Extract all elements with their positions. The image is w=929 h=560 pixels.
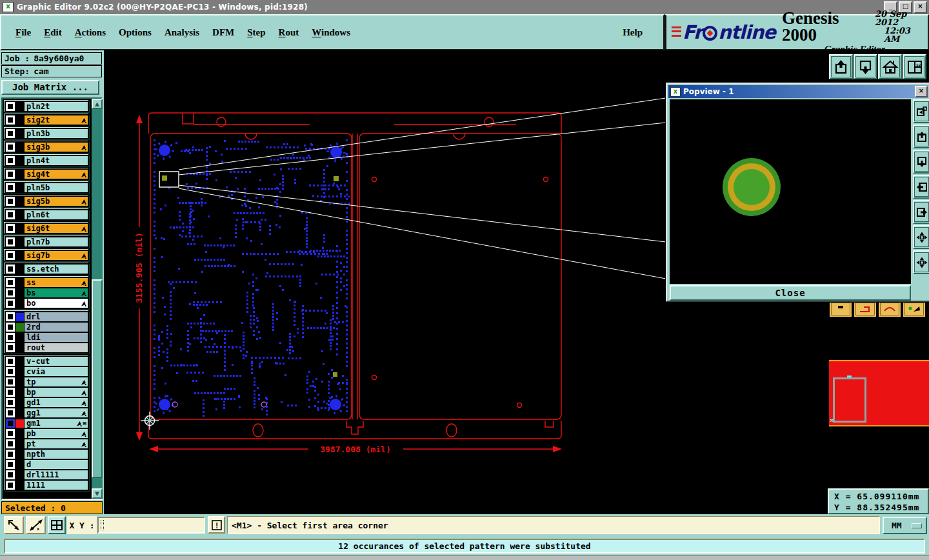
layer-checkbox-sig5b[interactable] [6, 197, 15, 206]
layer-label-d[interactable]: d [24, 459, 88, 470]
layer-row-cvia[interactable]: cvia [5, 366, 88, 377]
layer-row-tp[interactable]: tp [5, 377, 88, 387]
menu-item-options[interactable]: Options [112, 25, 158, 41]
layer-checkbox-sig3b[interactable] [6, 143, 15, 152]
menu-item-dfm[interactable]: DFM [206, 25, 241, 41]
layer-row-2rd[interactable]: 2rd [5, 322, 88, 332]
layer-row-pb[interactable]: pb [5, 428, 88, 439]
view-down-icon[interactable] [913, 150, 929, 174]
pop-tool-1-icon[interactable] [829, 301, 852, 317]
layer-checkbox-pt[interactable] [6, 439, 15, 448]
layer-list-scrollbar[interactable]: ▲ ▼ [92, 99, 103, 499]
pop-tool-3-icon[interactable] [878, 301, 901, 317]
layer-row-d[interactable]: d [5, 459, 88, 470]
layer-color-swatch-sig3b[interactable] [15, 143, 24, 152]
layer-checkbox-sig4t[interactable] [6, 170, 15, 179]
layer-label-pln3b[interactable]: pln3b [24, 128, 88, 139]
layer-row-drl[interactable]: drl [5, 312, 88, 322]
layer-label-cvia[interactable]: cvia [24, 366, 88, 377]
layer-label-tp[interactable]: tp [24, 377, 88, 387]
layer-color-swatch-pln3b[interactable] [15, 130, 24, 138]
scroll-down-icon[interactable]: ▼ [92, 488, 103, 499]
layer-row-gd1[interactable]: gd1 [5, 397, 88, 408]
popview-close-button[interactable]: Close [670, 285, 911, 301]
layer-checkbox-pln4t[interactable] [6, 156, 15, 165]
layer-row-pln4t[interactable]: pln4t [5, 155, 88, 166]
layer-color-swatch-gg1[interactable] [15, 409, 24, 417]
units-selector[interactable]: MM [883, 517, 927, 534]
xy-input[interactable] [97, 517, 205, 534]
layer-checkbox-ss.etch[interactable] [6, 265, 15, 274]
layer-color-swatch-pln7b[interactable] [15, 238, 24, 246]
copy-view-icon[interactable] [913, 99, 929, 123]
layer-row-ss[interactable]: ss [5, 277, 88, 288]
layer-label-1111[interactable]: 1111 [24, 480, 88, 490]
layer-checkbox-bo[interactable] [6, 299, 15, 308]
layer-checkbox-2rd[interactable] [6, 323, 15, 332]
layer-checkbox-sig7b[interactable] [6, 251, 15, 260]
popview-canvas[interactable] [670, 99, 911, 284]
home-icon[interactable] [878, 54, 902, 79]
layer-checkbox-sig6t[interactable] [6, 224, 15, 233]
layer-color-swatch-ss.etch[interactable] [15, 265, 24, 274]
layer-color-swatch-tp[interactable] [15, 378, 24, 386]
layer-row-gg1[interactable]: gg1 [5, 408, 88, 418]
menu-item-edit[interactable]: Edit [37, 25, 68, 41]
layer-color-swatch-ss[interactable] [15, 279, 24, 287]
layer-checkbox-pln5b[interactable] [6, 183, 15, 192]
layer-row-bs[interactable]: bs [5, 288, 88, 298]
layer-row-bo[interactable]: bo [5, 298, 88, 308]
layer-color-swatch-d[interactable] [15, 461, 24, 469]
layer-row-sig4t[interactable]: sig4t [5, 169, 88, 179]
layer-label-npth[interactable]: npth [24, 449, 88, 459]
layer-checkbox-gd1[interactable] [6, 398, 15, 407]
layer-checkbox-1111[interactable] [6, 481, 15, 490]
menu-item-file[interactable]: File [9, 25, 37, 41]
measure-icon[interactable]: x [26, 516, 46, 534]
layer-row-pt[interactable]: pt [5, 439, 88, 449]
view-right-icon[interactable] [913, 200, 929, 224]
layer-label-gd1[interactable]: gd1 [24, 397, 88, 408]
layer-checkbox-bp[interactable] [6, 388, 15, 397]
layer-checkbox-v-cut[interactable] [6, 357, 15, 366]
layer-row-pln7b[interactable]: pln7b [5, 237, 88, 247]
layer-label-drl1111[interactable]: drl1111 [24, 470, 88, 480]
layer-label-sig6t[interactable]: sig6t [24, 223, 88, 234]
layer-row-sig6t[interactable]: sig6t [5, 223, 88, 234]
layer-color-swatch-2rd[interactable] [15, 323, 24, 332]
layer-label-drl[interactable]: drl [24, 312, 88, 322]
layer-color-swatch-1111[interactable] [15, 481, 24, 490]
layer-color-swatch-bs[interactable] [15, 289, 24, 297]
layer-row-ss.etch[interactable]: ss.etch [5, 264, 88, 274]
layer-row-pln5b[interactable]: pln5b [5, 183, 88, 193]
layer-label-ss.etch[interactable]: ss.etch [24, 264, 88, 274]
layer-row-rout[interactable]: rout [5, 343, 88, 353]
layer-row-sig3b[interactable]: sig3b [5, 142, 88, 152]
layer-row-gm1[interactable]: gm1⊞ [5, 418, 88, 428]
layer-checkbox-drl1111[interactable] [6, 470, 15, 479]
layer-color-swatch-pln5b[interactable] [15, 184, 24, 192]
layer-checkbox-sig2t[interactable] [6, 115, 15, 125]
scroll-up-icon[interactable]: ▲ [92, 99, 103, 109]
export-up-icon[interactable] [829, 54, 853, 79]
layer-checkbox-ldi[interactable] [6, 333, 15, 342]
layer-row-pln6t[interactable]: pln6t [5, 210, 88, 220]
layer-checkbox-rout[interactable] [6, 343, 15, 352]
layer-checkbox-pln6t[interactable] [6, 210, 15, 219]
menu-item-actions[interactable]: Actions [68, 25, 112, 41]
layer-color-swatch-drl1111[interactable] [15, 471, 24, 479]
popview-titlebar[interactable]: x Popview - 1 × [668, 85, 928, 98]
menu-item-windows[interactable]: Windows [305, 25, 357, 41]
overview-viewport-rect[interactable] [833, 377, 866, 423]
layer-color-swatch-sig5b[interactable] [15, 197, 24, 206]
layer-label-pb[interactable]: pb [24, 428, 88, 439]
layer-label-bo[interactable]: bo [24, 298, 88, 308]
layer-color-swatch-pln6t[interactable] [15, 211, 24, 219]
layer-checkbox-pln7b[interactable] [6, 237, 15, 246]
layer-label-ss[interactable]: ss [24, 277, 88, 288]
layer-label-sig2t[interactable]: sig2t [24, 115, 88, 125]
layer-label-pln4t[interactable]: pln4t [24, 155, 88, 166]
pop-tool-2-icon[interactable] [854, 301, 877, 317]
layer-label-pln5b[interactable]: pln5b [24, 183, 88, 193]
layer-label-bp[interactable]: bp [24, 387, 88, 397]
